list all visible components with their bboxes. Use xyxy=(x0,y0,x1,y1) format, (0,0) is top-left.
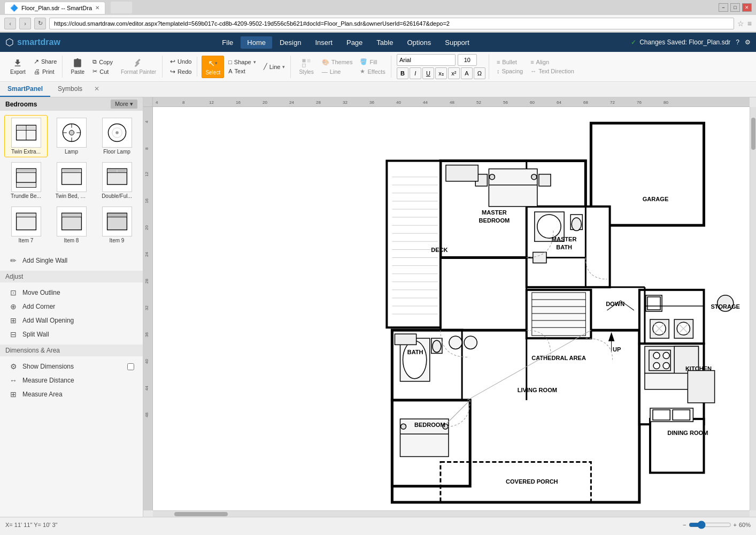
superscript-btn[interactable]: x² xyxy=(448,67,460,79)
nav-file[interactable]: File xyxy=(215,36,240,49)
nav-design[interactable]: Design xyxy=(273,36,307,49)
bedrooms-section-header[interactable]: Bedrooms More ▾ xyxy=(0,97,143,111)
symbol-item[interactable]: Item 9 xyxy=(95,204,138,246)
copy-btn[interactable]: ⧉ Copy xyxy=(89,57,116,66)
floor-plan-svg[interactable]: MASTER BEDROOM MASTER BATH GARAGE BATH B… xyxy=(153,107,750,510)
spacing-btn[interactable]: ↕Spacing xyxy=(493,67,526,75)
bullet-btn[interactable]: ≡Bullet xyxy=(493,58,526,66)
split-wall-btn[interactable]: ⊟ Split Wall xyxy=(5,327,137,341)
scrollbar-thumb-horizontal[interactable] xyxy=(174,512,228,516)
symbol-item[interactable]: Twin Extra... xyxy=(4,115,48,157)
forward-btn[interactable]: › xyxy=(19,18,31,29)
symbol-item[interactable]: Twin Bed, S... xyxy=(50,159,93,202)
horizontal-scrollbar[interactable] xyxy=(153,510,750,517)
text-direction-btn[interactable]: ↔Text Direction xyxy=(527,67,577,75)
export-btn[interactable]: Export xyxy=(6,56,29,78)
help-icon[interactable]: ? xyxy=(736,39,739,46)
align-btn[interactable]: ≡Align xyxy=(527,58,577,66)
panel-close-btn[interactable]: ✕ xyxy=(90,82,104,97)
svg-rect-140 xyxy=(647,297,660,310)
symbol-label: Floor Lamp xyxy=(103,149,130,155)
zoom-slider[interactable] xyxy=(689,522,731,528)
nav-options[interactable]: Options xyxy=(400,36,437,49)
svg-text:BEDROOM: BEDROOM xyxy=(479,217,510,224)
special-char-btn[interactable]: Ω xyxy=(474,67,485,79)
symbol-item[interactable]: Item 8 xyxy=(50,204,93,246)
fill-btn[interactable]: 🪣 Fill xyxy=(357,57,388,66)
symbol-item[interactable]: Item 7 xyxy=(4,204,48,246)
bold-btn[interactable]: B xyxy=(397,67,408,79)
paste-btn[interactable]: Paste xyxy=(67,56,88,78)
svg-text:16: 16 xyxy=(236,100,241,105)
nav-home[interactable]: Home xyxy=(241,36,272,49)
tab-close-btn[interactable]: ✕ xyxy=(95,5,99,11)
show-dimensions-checkbox[interactable] xyxy=(127,363,134,370)
zoom-in-icon[interactable]: + xyxy=(734,522,737,528)
canvas-scroll[interactable]: MASTER BEDROOM MASTER BATH GARAGE BATH B… xyxy=(153,107,750,510)
symbol-item[interactable]: Double/Ful... xyxy=(95,159,138,202)
line-btn[interactable]: ╱ Line ▾ xyxy=(260,62,289,71)
print-btn[interactable]: 🖨 Print xyxy=(30,67,60,77)
cut-btn[interactable]: ✂ Cut xyxy=(89,67,116,76)
redo-btn[interactable]: ↪ Redo xyxy=(167,67,195,77)
svg-text:12: 12 xyxy=(144,172,149,177)
add-wall-opening-btn[interactable]: ⊞ Add Wall Opening xyxy=(5,314,137,327)
nav-support[interactable]: Support xyxy=(438,36,476,49)
measure-area-btn[interactable]: ⊞ Measure Area xyxy=(5,387,137,401)
symbol-item[interactable]: Lamp xyxy=(50,115,93,157)
svg-text:40: 40 xyxy=(144,359,149,364)
move-outline-btn[interactable]: ⊡ Move Outline xyxy=(5,286,137,300)
share-btn[interactable]: ↗ Share xyxy=(30,57,60,66)
zoom-out-icon[interactable]: − xyxy=(683,522,686,528)
settings-icon[interactable]: ⚙ xyxy=(745,39,751,46)
url-input[interactable] xyxy=(49,18,734,29)
svg-text:MASTER: MASTER xyxy=(482,209,507,216)
styles-btn[interactable]: Styles xyxy=(295,56,317,78)
text-btn[interactable]: A Text xyxy=(225,67,259,75)
subscript-btn[interactable]: x₂ xyxy=(435,67,447,79)
close-btn[interactable]: ✕ xyxy=(742,3,752,12)
bookmark-icon[interactable]: ☆ xyxy=(737,19,744,28)
nav-page[interactable]: Page xyxy=(340,36,369,49)
font-color-btn[interactable]: A xyxy=(461,67,473,79)
reload-btn[interactable]: ↻ xyxy=(34,18,46,29)
dimensions-section: ⚙ Show Dimensions ↔ Measure Distance ⊞ M… xyxy=(0,356,143,404)
underline-btn[interactable]: U xyxy=(422,67,434,79)
format-painter-btn[interactable]: Format Painter xyxy=(117,56,160,78)
select-btn[interactable]: ↖ ▾ Select xyxy=(202,56,224,78)
svg-point-9 xyxy=(69,130,74,135)
add-single-wall-btn[interactable]: ✏ Add Single Wall xyxy=(5,254,137,268)
show-dimensions-btn[interactable]: ⚙ Show Dimensions xyxy=(5,360,137,373)
nav-table[interactable]: Table xyxy=(370,36,399,49)
symbols-tab[interactable]: Symbols xyxy=(50,82,90,97)
undo-btn[interactable]: ↩ Undo xyxy=(167,57,195,66)
restore-btn[interactable]: □ xyxy=(730,3,740,12)
draw-tools-group: ↖ ▾ Select □ Shape ▾ A Text ╱ Line ▾ xyxy=(199,56,291,78)
add-wall-opening-icon: ⊞ xyxy=(9,316,18,325)
back-btn[interactable]: ‹ xyxy=(4,18,16,29)
smart-panel-tab[interactable]: SmartPanel xyxy=(0,82,50,97)
nav-insert[interactable]: Insert xyxy=(308,36,339,49)
themes-btn[interactable]: 🎨 Themes xyxy=(319,58,356,67)
symbol-item[interactable]: Trundle Be... xyxy=(4,159,48,202)
font-size-input[interactable] xyxy=(458,54,477,66)
scrollbar-thumb-vertical[interactable] xyxy=(751,118,755,150)
more-btn[interactable]: More ▾ xyxy=(111,100,137,109)
add-corner-btn[interactable]: ⊕ Add Corner xyxy=(5,300,137,314)
vertical-scrollbar[interactable] xyxy=(750,107,756,510)
shape-btn[interactable]: □ Shape ▾ xyxy=(225,58,259,66)
effects-btn[interactable]: ★ Effects xyxy=(357,67,388,76)
line2-btn[interactable]: — Line xyxy=(319,67,356,76)
measure-distance-btn[interactable]: ↔ Measure Distance xyxy=(5,373,137,387)
svg-rect-129 xyxy=(532,293,586,335)
italic-btn[interactable]: I xyxy=(410,67,421,79)
browser-tab[interactable]: 🔷 Floor_Plan.sdr -- SmartDra ✕ xyxy=(4,2,105,14)
minimize-btn[interactable]: − xyxy=(719,3,728,12)
new-tab-btn[interactable] xyxy=(111,2,132,13)
browser-menu-icon[interactable]: ≡ xyxy=(747,19,752,28)
canvas-area[interactable]: 4 8 12 16 20 24 28 32 36 40 44 48 52 56 … xyxy=(143,97,756,517)
svg-text:COVERED PORCH: COVERED PORCH xyxy=(506,478,558,485)
font-family-input[interactable] xyxy=(397,54,456,66)
symbol-item[interactable]: Floor Lamp xyxy=(95,115,138,157)
symbol-label: Trundle Be... xyxy=(11,193,41,199)
